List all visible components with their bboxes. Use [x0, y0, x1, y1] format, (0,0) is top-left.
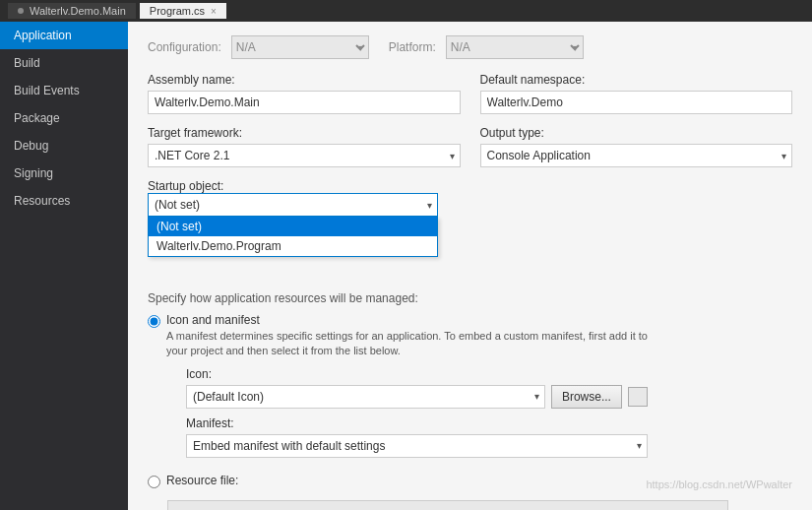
namespace-group: Default namespace:	[480, 73, 793, 114]
radio-icon-manifest-desc: A manifest determines specific settings …	[166, 329, 648, 359]
radio-icon-manifest-content: Icon and manifest A manifest determines …	[166, 313, 648, 466]
startup-section: Startup object: (Not set) (Not set) Walt…	[148, 179, 792, 217]
assembly-input[interactable]	[148, 91, 461, 114]
manifest-select-wrapper: Embed manifest with default settings	[186, 434, 648, 458]
sidebar-item-resources[interactable]: Resources	[0, 187, 128, 215]
output-select[interactable]: Console Application	[480, 144, 793, 167]
manifest-label: Manifest:	[186, 416, 648, 430]
startup-select[interactable]: (Not set)	[148, 193, 438, 217]
assembly-label: Assembly name:	[148, 73, 461, 87]
tab-main[interactable]: Walterlv.Demo.Main	[8, 3, 136, 19]
resource-file-input[interactable]	[167, 500, 728, 510]
startup-dropdown-container: (Not set) (Not set) Walterlv.Demo.Progra…	[148, 193, 792, 217]
radio-resource-file: Resource file:	[148, 474, 792, 488]
icon-row-inline: (Default Icon) Browse...	[186, 385, 648, 409]
framework-label: Target framework:	[148, 126, 461, 140]
startup-label: Startup object:	[148, 179, 223, 193]
icon-select-wrapper: (Default Icon)	[186, 385, 545, 409]
manifest-row: Manifest: Embed manifest with default se…	[186, 416, 648, 458]
output-label: Output type:	[480, 126, 793, 140]
platform-select-wrapper: N/A	[446, 35, 584, 59]
startup-dropdown-list: (Not set) Walterlv.Demo.Program	[148, 217, 438, 257]
framework-group: Target framework: .NET Core 2.1	[148, 126, 461, 167]
assembly-group: Assembly name:	[148, 73, 461, 114]
radio-icon-manifest-input[interactable]	[148, 315, 160, 328]
manifest-select[interactable]: Embed manifest with default settings	[186, 434, 648, 458]
content-area: Configuration: N/A Platform: N/A Ass	[128, 22, 812, 510]
resources-section: Specify how application resources will b…	[148, 291, 792, 510]
radio-icon-manifest-label[interactable]: Icon and manifest	[166, 313, 648, 327]
sidebar: Application Build Build Events Package D…	[0, 22, 128, 510]
close-icon[interactable]: ×	[211, 6, 217, 17]
icon-select[interactable]: (Default Icon)	[186, 385, 545, 409]
platform-select[interactable]: N/A	[446, 35, 584, 59]
title-bar: Walterlv.Demo.Main Program.cs ×	[0, 0, 812, 22]
sidebar-item-package[interactable]: Package	[0, 104, 128, 132]
radio-resource-file-input[interactable]	[148, 476, 160, 488]
resources-specify-label: Specify how application resources will b…	[148, 291, 792, 305]
tab-program[interactable]: Program.cs ×	[140, 3, 226, 19]
platform-label: Platform:	[389, 40, 436, 54]
config-select-wrapper: N/A	[231, 35, 369, 59]
sidebar-item-build[interactable]: Build	[0, 49, 128, 77]
tab-program-label: Program.cs	[150, 5, 205, 17]
dropdown-item-program[interactable]: Walterlv.Demo.Program	[149, 236, 437, 256]
config-label: Configuration:	[148, 40, 221, 54]
config-row: Configuration: N/A Platform: N/A	[148, 35, 792, 59]
tab-dot	[18, 8, 24, 14]
namespace-input[interactable]	[480, 91, 793, 114]
output-select-wrapper: Console Application	[480, 144, 793, 167]
icon-manifest-section: Icon: (Default Icon) Browse...	[186, 367, 648, 466]
framework-output-row: Target framework: .NET Core 2.1 Output t…	[148, 126, 792, 167]
namespace-label: Default namespace:	[480, 73, 793, 87]
output-group: Output type: Console Application	[480, 126, 793, 167]
sidebar-item-build-events[interactable]: Build Events	[0, 77, 128, 104]
framework-select-wrapper: .NET Core 2.1	[148, 144, 461, 167]
framework-select[interactable]: .NET Core 2.1	[148, 144, 461, 167]
sidebar-item-debug[interactable]: Debug	[0, 132, 128, 159]
icon-row: Icon: (Default Icon) Browse...	[186, 367, 648, 409]
radio-group: Icon and manifest A manifest determines …	[148, 313, 792, 510]
browse-button[interactable]: Browse...	[551, 385, 622, 409]
tab-main-label: Walterlv.Demo.Main	[30, 5, 126, 17]
dropdown-item-notset[interactable]: (Not set)	[149, 217, 437, 236]
startup-select-wrapper: (Not set)	[148, 193, 438, 217]
assembly-namespace-row: Assembly name: Default namespace:	[148, 73, 792, 114]
main-layout: Application Build Build Events Package D…	[0, 22, 812, 510]
icon-preview	[628, 387, 648, 407]
radio-resource-file-label[interactable]: Resource file:	[166, 474, 238, 487]
icon-label: Icon:	[186, 367, 648, 381]
radio-icon-manifest: Icon and manifest A manifest determines …	[148, 313, 792, 466]
config-select[interactable]: N/A	[231, 35, 369, 59]
sidebar-item-signing[interactable]: Signing	[0, 159, 128, 187]
sidebar-item-application[interactable]: Application	[0, 22, 128, 49]
